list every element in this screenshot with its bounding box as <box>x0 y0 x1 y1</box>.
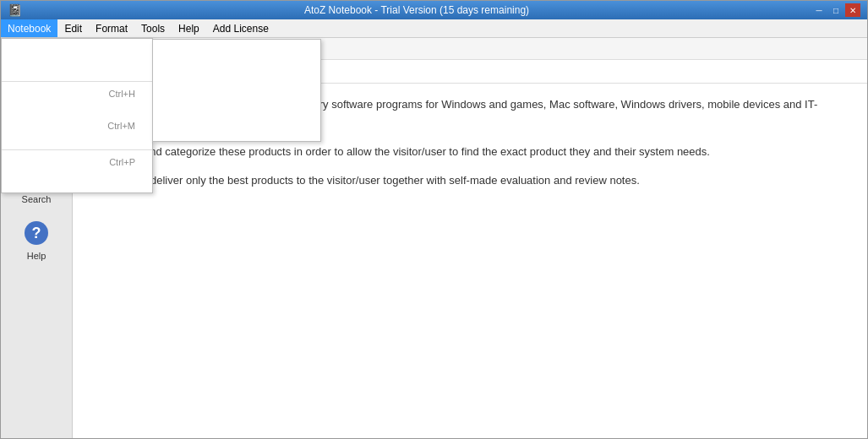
menu-help[interactable]: Help <box>172 19 206 37</box>
sidebar-help[interactable]: ? Help <box>7 212 66 267</box>
menu-edit[interactable]: Edit <box>57 19 89 37</box>
minimize-button[interactable]: ─ <box>811 3 827 17</box>
app-icon: 📓 <box>8 3 22 17</box>
help-label: Help <box>27 251 46 261</box>
submenu-first-notebook[interactable]: First Notebook <box>153 40 320 60</box>
window-controls: ─ □ ✕ <box>811 3 860 17</box>
window-title: AtoZ Notebook - Trial Version (15 days r… <box>22 4 811 16</box>
submenu-softpedia-test[interactable]: Softpedia Test <box>153 100 320 121</box>
close-button[interactable]: ✕ <box>845 3 860 17</box>
search-label: Search <box>22 194 52 204</box>
menu-make-selected-header[interactable]: Make Selected Header Ctrl+M <box>2 104 152 148</box>
menu-save-as[interactable]: Save As... <box>2 172 152 192</box>
help-icon: ? <box>21 218 52 248</box>
notebook-dropdown: Open Notebook First Notebook My Address … <box>1 38 153 193</box>
menu-new-header[interactable]: New Header Ctrl+H <box>2 84 152 104</box>
menu-tools[interactable]: Tools <box>134 19 172 37</box>
menu-print[interactable]: Print... Ctrl+P <box>2 152 152 172</box>
menu-notebook[interactable]: Notebook Open Notebook First Notebook My… <box>1 19 57 37</box>
title-bar: 📓 AtoZ Notebook - Trial Version (15 days… <box>1 1 867 19</box>
open-notebook-submenu: First Notebook My Address & Phone Book M… <box>152 39 321 142</box>
menu-manage-notebooks[interactable]: Manage Notebooks... <box>2 59 152 79</box>
svg-text:?: ? <box>32 225 41 241</box>
menu-open-notebook[interactable]: Open Notebook First Notebook My Address … <box>2 39 152 59</box>
submenu-software-licenses[interactable]: Software Licenses <box>153 121 320 141</box>
menu-format[interactable]: Format <box>89 19 134 37</box>
content-para-2: We review and categorize these products … <box>90 144 850 161</box>
app-window: 📓 AtoZ Notebook - Trial Version (15 days… <box>0 0 868 439</box>
content-para-3: We strive to deliver only the best produ… <box>90 172 850 190</box>
menu-sep2 <box>2 149 152 150</box>
menu-bar: Notebook Open Notebook First Notebook My… <box>1 19 867 38</box>
menu-add-license[interactable]: Add License <box>206 19 276 37</box>
submenu-address-phone[interactable]: My Address & Phone Book <box>153 60 320 80</box>
maximize-button[interactable]: □ <box>828 3 843 17</box>
menu-sep1 <box>2 81 152 82</box>
submenu-my-websites[interactable]: My Websites <box>153 80 320 100</box>
